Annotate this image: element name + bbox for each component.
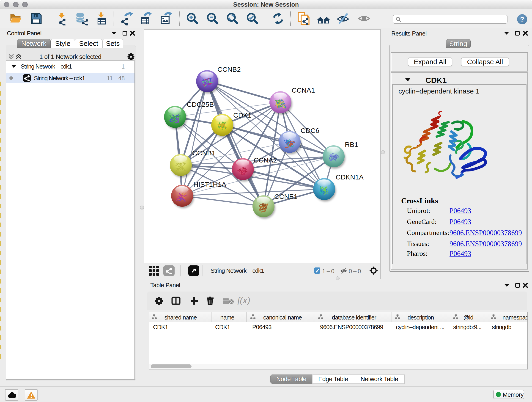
svg-text:CCNB2: CCNB2 (217, 65, 241, 73)
svg-text:CDK1: CDK1 (233, 111, 252, 119)
svg-text:HIST1H1A: HIST1H1A (193, 181, 226, 188)
svg-text:CCNA1: CCNA1 (292, 86, 315, 94)
svg-text:CCNA2: CCNA2 (254, 156, 277, 164)
svg-text:CCNB1: CCNB1 (192, 149, 215, 157)
svg-text:CCNE1: CCNE1 (274, 193, 298, 200)
svg-text:CDC25B: CDC25B (187, 101, 214, 108)
svg-text:RB1: RB1 (345, 141, 358, 148)
svg-text:CDKN1A: CDKN1A (336, 173, 364, 181)
svg-text:CDC6: CDC6 (301, 127, 319, 134)
